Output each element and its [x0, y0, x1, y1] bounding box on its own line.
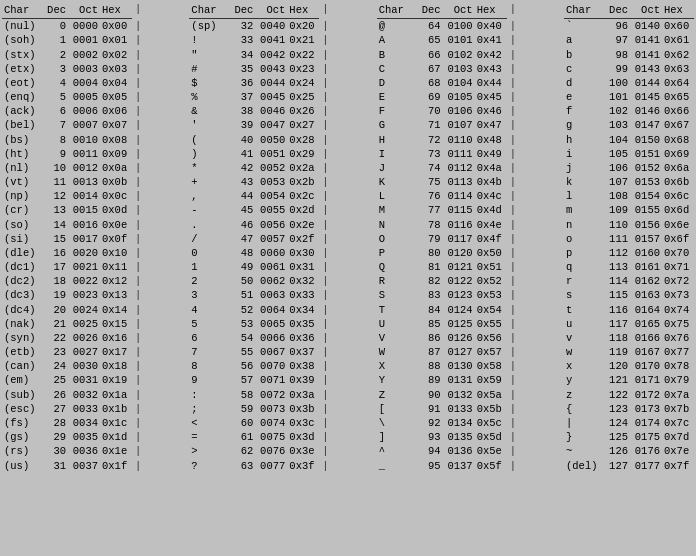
sep-2: | — [319, 133, 376, 147]
cell-s2-1: 59 — [227, 402, 255, 416]
cell-s4-3: 0x7d — [662, 430, 694, 444]
header-hex-1: Hex — [100, 2, 132, 19]
sep-1: | — [132, 430, 189, 444]
cell-s2-3: 0x22 — [287, 48, 319, 62]
cell-s1-3: 0x1b — [100, 402, 132, 416]
cell-s2-1: 60 — [227, 416, 255, 430]
cell-s2-3: 0x2c — [287, 189, 319, 203]
cell-s1-2: 0033 — [68, 402, 100, 416]
cell-s4-1: 121 — [602, 373, 630, 387]
cell-s4-2: 0157 — [630, 232, 662, 246]
table-row: (soh)100010x01|!3300410x21|A6501010x41|a… — [2, 33, 694, 47]
cell-s3-0: T — [377, 303, 415, 317]
cell-s2-2: 0055 — [255, 203, 287, 217]
cell-s1-1: 23 — [40, 345, 68, 359]
cell-s2-2: 0072 — [255, 388, 287, 402]
cell-s4-1: 96 — [602, 19, 630, 34]
table-row: (ack)600060x06|&3800460x26|F7001060x46|f… — [2, 104, 694, 118]
table-row: (dc2)1800220x12|25000620x32|R8201220x52|… — [2, 274, 694, 288]
cell-s1-3: 0x1d — [100, 430, 132, 444]
sep-3: | — [507, 331, 564, 345]
cell-s4-3: 0x6f — [662, 232, 694, 246]
sep-3: | — [507, 48, 564, 62]
cell-s1-2: 0027 — [68, 345, 100, 359]
cell-s4-1: 117 — [602, 317, 630, 331]
ascii-table-container: Char Dec Oct Hex | Char Dec Oct Hex | Ch… — [0, 0, 696, 475]
table-row: (vt)1100130x0b|+4300530x2b|K7501130x4b|k… — [2, 175, 694, 189]
cell-s2-3: 0x32 — [287, 274, 319, 288]
cell-s2-3: 0x3a — [287, 388, 319, 402]
cell-s4-1: 99 — [602, 62, 630, 76]
header-hex-4: Hex — [662, 2, 694, 19]
cell-s2-1: 47 — [227, 232, 255, 246]
cell-s4-0: i — [564, 147, 602, 161]
cell-s3-2: 0127 — [443, 345, 475, 359]
cell-s2-2: 0054 — [255, 189, 287, 203]
cell-s1-3: 0x0c — [100, 189, 132, 203]
cell-s4-2: 0161 — [630, 260, 662, 274]
cell-s3-0: A — [377, 33, 415, 47]
cell-s4-3: 0x65 — [662, 90, 694, 104]
sep-3: | — [507, 345, 564, 359]
cell-s2-3: 0x3c — [287, 416, 319, 430]
cell-s1-3: 0x09 — [100, 147, 132, 161]
cell-s2-2: 0065 — [255, 317, 287, 331]
table-row: (dc1)1700210x11|14900610x31|Q8101210x51|… — [2, 260, 694, 274]
cell-s4-1: 103 — [602, 118, 630, 132]
cell-s1-1: 21 — [40, 317, 68, 331]
cell-s2-2: 0051 — [255, 147, 287, 161]
cell-s1-3: 0x00 — [100, 19, 132, 34]
cell-s3-0: I — [377, 147, 415, 161]
cell-s4-2: 0154 — [630, 189, 662, 203]
sep-1: | — [132, 232, 189, 246]
cell-s1-2: 0013 — [68, 175, 100, 189]
cell-s4-0: p — [564, 246, 602, 260]
cell-s2-1: 42 — [227, 161, 255, 175]
cell-s1-2: 0003 — [68, 62, 100, 76]
sep-2: | — [319, 359, 376, 373]
cell-s3-0: [ — [377, 402, 415, 416]
cell-s3-1: 83 — [415, 288, 443, 302]
header-char-4: Char — [564, 2, 602, 19]
header-oct-2: Oct — [255, 2, 287, 19]
sep-1: | — [132, 33, 189, 47]
cell-s3-3: 0x49 — [475, 147, 507, 161]
sep-2: | — [319, 246, 376, 260]
cell-s3-3: 0x40 — [475, 19, 507, 34]
cell-s1-3: 0x02 — [100, 48, 132, 62]
header-char-2: Char — [189, 2, 227, 19]
cell-s2-3: 0x3f — [287, 459, 319, 473]
sep-3: | — [507, 90, 564, 104]
cell-s1-1: 19 — [40, 288, 68, 302]
cell-s3-1: 67 — [415, 62, 443, 76]
sep-2: | — [319, 62, 376, 76]
cell-s3-1: 79 — [415, 232, 443, 246]
cell-s1-1: 16 — [40, 246, 68, 260]
cell-s1-3: 0x1c — [100, 416, 132, 430]
table-row: (can)2400300x18|85600700x38|X8801300x58|… — [2, 359, 694, 373]
cell-s1-2: 0002 — [68, 48, 100, 62]
cell-s2-1: 56 — [227, 359, 255, 373]
sep-2: | — [319, 104, 376, 118]
cell-s2-0: ) — [189, 147, 227, 161]
cell-s3-0: _ — [377, 459, 415, 473]
cell-s3-3: 0x5e — [475, 444, 507, 458]
table-row: (sub)2600320x1a|:5800720x3a|Z9001320x5a|… — [2, 388, 694, 402]
cell-s4-1: 124 — [602, 416, 630, 430]
cell-s4-0: j — [564, 161, 602, 175]
cell-s4-2: 0174 — [630, 416, 662, 430]
cell-s4-0: r — [564, 274, 602, 288]
cell-s3-0: R — [377, 274, 415, 288]
cell-s3-2: 0135 — [443, 430, 475, 444]
sep-3: | — [507, 274, 564, 288]
cell-s3-0: E — [377, 90, 415, 104]
cell-s3-3: 0x56 — [475, 331, 507, 345]
cell-s3-3: 0x55 — [475, 317, 507, 331]
cell-s1-3: 0x11 — [100, 260, 132, 274]
cell-s4-1: 107 — [602, 175, 630, 189]
cell-s4-0: k — [564, 175, 602, 189]
cell-s2-1: 39 — [227, 118, 255, 132]
cell-s2-2: 0061 — [255, 260, 287, 274]
cell-s1-1: 0 — [40, 19, 68, 34]
cell-s1-2: 0020 — [68, 246, 100, 260]
